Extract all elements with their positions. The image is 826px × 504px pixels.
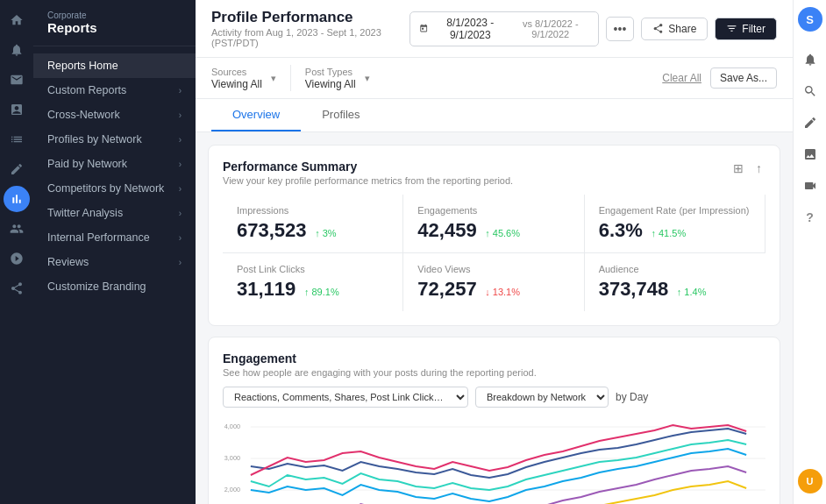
sidebar-item-label: Reports Home bbox=[47, 60, 118, 72]
metric-value: 673,523 bbox=[237, 219, 307, 241]
right-icon-bell[interactable] bbox=[796, 46, 824, 74]
metric-change: ↑ 41.5% bbox=[651, 228, 686, 238]
chart-container: 4,000 3,000 2,000 1,000 0 bbox=[223, 418, 765, 504]
metric-change: ↑ 89.1% bbox=[304, 287, 339, 297]
grid-view-button[interactable]: ⊞ bbox=[730, 160, 747, 177]
left-icon-strip bbox=[0, 0, 33, 504]
engagement-subtitle: See how people are engaging with your po… bbox=[223, 367, 765, 378]
tabs-row: Overview Profiles bbox=[196, 99, 793, 132]
engagement-controls: Reactions, Comments, Shares, Post Link C… bbox=[223, 387, 765, 408]
metric-label: Impressions bbox=[237, 205, 388, 216]
chevron-icon: › bbox=[179, 86, 182, 96]
sidebar-item-label: Reviews bbox=[47, 256, 89, 268]
tab-profiles[interactable]: Profiles bbox=[301, 99, 381, 131]
corporate-label: Corporate bbox=[47, 11, 182, 20]
metric-item: Video Views 72,257 ↓ 13.1% bbox=[403, 252, 584, 311]
sidebar-item-customize[interactable]: Customize Branding bbox=[33, 274, 196, 299]
share-label: Share bbox=[668, 23, 696, 35]
metric-change: ↓ 13.1% bbox=[485, 287, 520, 297]
chevron-icon: › bbox=[179, 233, 182, 243]
main-content: Performance Summary View your key profil… bbox=[196, 132, 793, 504]
sidebar-item-internal-performance[interactable]: Internal Performance› bbox=[33, 225, 196, 250]
sidebar-item-label: Profiles by Network bbox=[47, 133, 142, 146]
right-icon-avatar[interactable]: S bbox=[798, 7, 822, 32]
nav-icon-social[interactable] bbox=[4, 275, 30, 302]
nav-icon-users[interactable] bbox=[4, 216, 30, 242]
metric-value: 42,459 bbox=[417, 219, 476, 241]
by-day-label: by Day bbox=[616, 391, 648, 403]
metric-change: ↑ 3% bbox=[315, 228, 336, 238]
metric-value: 373,748 bbox=[599, 278, 669, 300]
nav-icon-chart[interactable] bbox=[4, 186, 30, 212]
performance-summary-card: Performance Summary View your key profil… bbox=[208, 145, 780, 326]
nav-icon-compose[interactable] bbox=[4, 156, 30, 182]
sidebar: Corporate Reports Reports HomeCustom Rep… bbox=[33, 0, 196, 504]
sidebar-item-cross-network[interactable]: Cross-Network› bbox=[33, 103, 196, 127]
right-icon-image[interactable] bbox=[796, 140, 824, 168]
header-right: 8/1/2023 - 9/1/2023 vs 8/1/2022 - 9/1/20… bbox=[409, 11, 777, 46]
sidebar-items: Reports HomeCustom Reports›Cross-Network… bbox=[33, 53, 196, 274]
card-actions: ⊞ ↑ bbox=[730, 160, 765, 177]
metric-label: Audience bbox=[599, 264, 751, 274]
vs-date-range: vs 8/1/2022 - 9/1/2022 bbox=[512, 18, 589, 39]
metrics-dropdown[interactable]: Reactions, Comments, Shares, Post Link C… bbox=[223, 387, 468, 408]
customize-label: Customize Branding bbox=[47, 280, 146, 293]
post-types-filter[interactable]: Post Types Viewing All ▾ bbox=[305, 67, 370, 90]
post-types-chevron: ▾ bbox=[365, 73, 370, 84]
metric-label: Engagements bbox=[417, 205, 569, 216]
nav-icon-home[interactable] bbox=[4, 7, 30, 33]
share-button[interactable]: Share bbox=[641, 18, 708, 40]
sidebar-item-label: Internal Performance bbox=[47, 231, 150, 244]
sidebar-item-reviews[interactable]: Reviews› bbox=[33, 250, 196, 274]
sidebar-item-twitter-analysis[interactable]: Twitter Analysis› bbox=[33, 201, 196, 225]
sidebar-item-paid-by-network[interactable]: Paid by Network› bbox=[33, 152, 196, 176]
right-icon-user-avatar[interactable]: U bbox=[798, 469, 822, 493]
sidebar-item-competitors-by-network[interactable]: Competitors by Network› bbox=[33, 176, 196, 201]
card-subtitle: View your key profile performance metric… bbox=[223, 175, 513, 186]
svg-text:4,000: 4,000 bbox=[224, 422, 240, 430]
nav-icon-bell[interactable] bbox=[4, 37, 30, 63]
right-icon-video[interactable] bbox=[796, 172, 824, 200]
right-icon-search[interactable] bbox=[796, 77, 824, 105]
metric-item: Engagement Rate (per Impression) 6.3% ↑ … bbox=[585, 195, 765, 252]
engagement-chart: 4,000 3,000 2,000 1,000 0 bbox=[223, 418, 765, 504]
post-types-value: Viewing All bbox=[305, 78, 356, 90]
sidebar-item-label: Paid by Network bbox=[47, 158, 127, 170]
sidebar-item-profiles-by-network[interactable]: Profiles by Network› bbox=[33, 127, 196, 152]
post-types-label: Post Types bbox=[305, 67, 356, 77]
filter-actions: Clear All Save As... bbox=[662, 67, 777, 89]
sources-value: Viewing All bbox=[211, 78, 262, 90]
right-icon-help[interactable]: ? bbox=[796, 203, 824, 231]
sources-filter[interactable]: Sources Viewing All ▾ bbox=[211, 67, 276, 90]
engagement-header: Engagement See how people are engaging w… bbox=[223, 351, 765, 378]
date-range-button[interactable]: 8/1/2023 - 9/1/2023 vs 8/1/2022 - 9/1/20… bbox=[409, 11, 598, 46]
more-button[interactable]: ••• bbox=[606, 17, 635, 41]
metric-value: 6.3% bbox=[599, 219, 643, 241]
header-left: Profile Performance Activity from Aug 1,… bbox=[211, 9, 409, 48]
sidebar-item-custom-reports[interactable]: Custom Reports› bbox=[33, 78, 196, 103]
nav-icon-notification2[interactable] bbox=[4, 96, 30, 123]
tab-overview[interactable]: Overview bbox=[211, 99, 301, 131]
nav-icon-campaigns[interactable] bbox=[4, 245, 30, 272]
metric-value: 72,257 bbox=[417, 278, 476, 300]
chevron-icon: › bbox=[179, 160, 182, 169]
sidebar-item-reports-home[interactable]: Reports Home bbox=[33, 53, 196, 78]
metric-label: Engagement Rate (per Impression) bbox=[599, 205, 751, 216]
filters-row: Sources Viewing All ▾ Post Types Viewing… bbox=[196, 58, 793, 99]
chevron-icon: › bbox=[179, 184, 182, 194]
export-button[interactable]: ↑ bbox=[752, 160, 765, 177]
metrics-grid: Impressions 673,523 ↑ 3% Engagements 42,… bbox=[223, 195, 765, 311]
breakdown-dropdown[interactable]: Breakdown by Network bbox=[475, 387, 609, 408]
clear-all-button[interactable]: Clear All bbox=[662, 72, 701, 84]
save-as-button[interactable]: Save As... bbox=[710, 67, 777, 89]
sidebar-item-label: Competitors by Network bbox=[47, 182, 164, 195]
nav-icon-list[interactable] bbox=[4, 126, 30, 153]
engagement-title: Engagement bbox=[223, 351, 765, 366]
filter-button[interactable]: Filter bbox=[715, 18, 777, 40]
chevron-icon: › bbox=[179, 135, 182, 145]
right-icon-edit[interactable] bbox=[796, 109, 824, 137]
nav-icon-mail[interactable] bbox=[4, 67, 30, 93]
main-header: Profile Performance Activity from Aug 1,… bbox=[196, 0, 793, 58]
svg-text:3,000: 3,000 bbox=[224, 454, 240, 462]
metric-change: ↑ 1.4% bbox=[677, 287, 707, 297]
